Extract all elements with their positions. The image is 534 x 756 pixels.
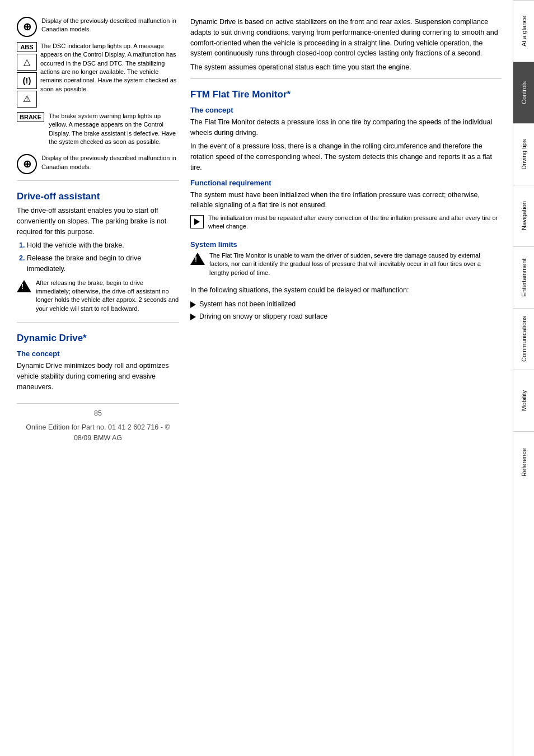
bullet-arrow-1 (190, 301, 196, 308)
warning-block: After releasing the brake, begin to driv… (17, 279, 179, 317)
dynamic-drive-title: Dynamic Drive* (17, 333, 179, 344)
icon-row-1: ⊕ Display of the previously described ma… (17, 17, 179, 38)
brake-description: The brake system warning lamp lights up … (49, 112, 179, 147)
play-icon (194, 218, 200, 225)
note-text: The initialization must be repeated afte… (208, 214, 502, 231)
brake-block: BRAKE The brake system warning lamp ligh… (17, 112, 179, 150)
circle-exclamation-icon-2: ⊕ (17, 154, 37, 174)
main-content: ⊕ Display of the previously described ma… (0, 0, 513, 756)
system-limits-warning-icon (190, 253, 205, 265)
divider-2 (17, 322, 179, 323)
dynamic-body-text: Dynamic Drive is based on active stabili… (190, 17, 502, 59)
abs-icon: ABS (17, 42, 37, 52)
ftm-title: FTM Flat Tire Monitor* (190, 89, 502, 100)
note-block: The initialization must be repeated afte… (190, 214, 502, 235)
sidebar-tab-entertainment[interactable]: Entertainment (513, 246, 534, 308)
left-column: ⊕ Display of the previously described ma… (17, 17, 179, 745)
brake-icon: BRAKE (17, 112, 44, 122)
stacked-icons: ABS △ (!) ⚠ (17, 42, 37, 108)
right-column: Dynamic Drive is based on active stabili… (190, 17, 502, 745)
stacked-icons-block: ABS △ (!) ⚠ The DSC indicator lamp light… (17, 42, 179, 108)
bullet-item-2: Driving on snowy or slippery road surfac… (190, 311, 502, 322)
system-limits-subtitle: System limits (190, 240, 502, 249)
step-1: Hold the vehicle with the brake. (27, 240, 179, 251)
copyright-text: Online Edition for Part no. 01 41 2 602 … (17, 422, 179, 444)
functional-text: The system must have been initialized wh… (190, 190, 502, 211)
ftm-concept-subtitle: The concept (190, 106, 502, 114)
drive-off-intro: The drive-off assistant enables you to s… (17, 206, 179, 237)
dynamic-concept-subtitle: The concept (17, 349, 179, 358)
drive-off-title: Drive-off assistant (17, 191, 179, 202)
ftm-concept1: The Flat Tire Monitor detects a pressure… (190, 117, 502, 138)
play-icon-box (190, 215, 204, 228)
stacked-icons-description: The DSC indicator lamp lights up. A mess… (40, 42, 179, 94)
sidebar-tab-communications[interactable]: Communications (513, 308, 534, 370)
warning-triangle-icon2: ⚠ (17, 91, 37, 108)
system-limits-warning-block: The Flat Tire Monitor is unable to warn … (190, 251, 502, 281)
bullet-arrow-2 (190, 314, 196, 320)
system-limits-warning-text: The Flat Tire Monitor is unable to warn … (209, 251, 502, 277)
sidebar-tab-driving-tips[interactable]: Driving tips (513, 123, 534, 185)
sidebar-tab-navigation[interactable]: Navigation (513, 185, 534, 246)
circle-exclamation-icon: ⊕ (17, 17, 37, 37)
sidebar-tab-mobility[interactable]: Mobility (513, 370, 534, 431)
dynamic-operational: The system assumes operational status ea… (190, 62, 502, 73)
icon2-description: Display of the previously described malf… (41, 154, 179, 171)
divider-3 (190, 78, 502, 79)
ftm-concept2: In the event of a pressure loss, there i… (190, 141, 502, 172)
drive-off-steps: Hold the vehicle with the brake. Release… (17, 240, 179, 274)
page-wrapper: ⊕ Display of the previously described ma… (0, 0, 534, 756)
bullet-item-1: System has not been initialized (190, 299, 502, 310)
divider-1 (17, 180, 179, 181)
warning-triangle-icon (17, 280, 31, 292)
sidebar-tab-reference[interactable]: Reference (513, 431, 534, 493)
triangle-a-icon: △ (17, 54, 37, 71)
step-2: Release the brake and begin to drive imm… (27, 253, 179, 274)
right-sidebar: At a glance Controls Driving tips Naviga… (513, 0, 534, 756)
sidebar-tab-at-a-glance[interactable]: At a glance (513, 0, 534, 62)
system-limits-intro: In the following situations, the system … (190, 285, 502, 296)
dynamic-concept-text: Dynamic Drive minimizes body roll and op… (17, 361, 179, 392)
page-number: 85 (17, 408, 179, 419)
exclamation-triangle-icon: (!) (17, 72, 37, 89)
icon1-description: Display of the previously described malf… (41, 17, 179, 34)
icon-row-2: ⊕ Display of the previously described ma… (17, 154, 179, 175)
sidebar-tab-controls[interactable]: Controls (513, 62, 534, 123)
functional-subtitle: Functional requirement (190, 179, 502, 187)
page-footer: 85 Online Edition for Part no. 01 41 2 6… (17, 403, 179, 443)
warning-text: After releasing the brake, begin to driv… (36, 279, 179, 314)
system-limits-list: System has not been initialized Driving … (190, 299, 502, 323)
